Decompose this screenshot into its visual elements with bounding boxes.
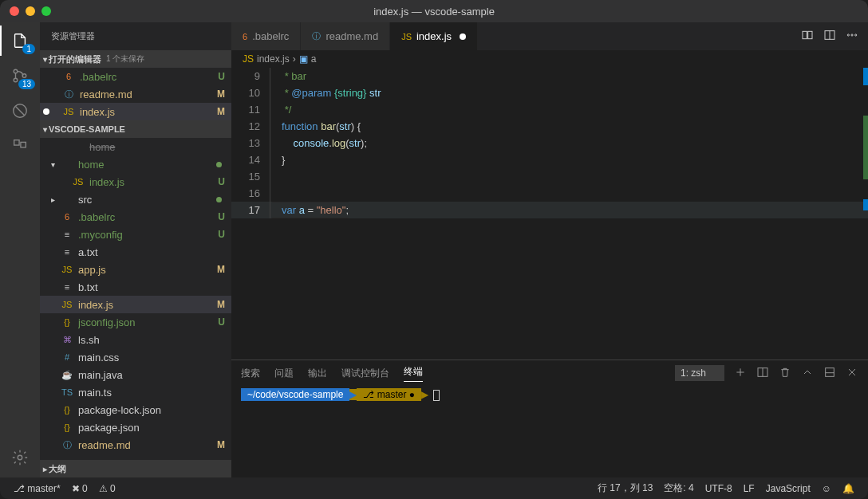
tab-label: .babelrc — [252, 30, 289, 42]
file-icon: JS — [62, 107, 75, 116]
layout-icon[interactable] — [10, 136, 30, 156]
breadcrumb[interactable]: JS index.js › ▣ a — [231, 50, 868, 68]
code-line[interactable]: 9 * bar — [231, 68, 868, 84]
tree-item[interactable]: ☕main.java — [40, 366, 231, 383]
tree-item[interactable]: home — [40, 138, 231, 155]
minimap[interactable] — [863, 68, 868, 360]
file-label: main.java — [78, 369, 225, 381]
status-errors[interactable]: ✖ 0 — [66, 483, 93, 494]
tree-item[interactable]: {}jsconfig.jsonU — [40, 313, 231, 331]
tree-item[interactable]: 6.babelrcU — [40, 208, 231, 226]
file-icon: 6 — [61, 212, 73, 222]
tree-item[interactable]: ⌘ls.sh — [40, 331, 231, 348]
code-line[interactable]: 16 — [231, 185, 868, 202]
project-header[interactable]: ▾ VSCODE-SAMPLE — [40, 120, 231, 138]
tree-item[interactable]: JSindex.jsM — [40, 296, 231, 313]
titlebar: index.js — vscode-sample — [0, 0, 868, 22]
open-editors-meta: 1 个未保存 — [106, 53, 144, 65]
status-encoding[interactable]: UTF-8 — [700, 481, 738, 495]
status-position[interactable]: 行 17，列 13 — [592, 481, 658, 495]
panel-tab[interactable]: 问题 — [274, 367, 294, 380]
panel-tab[interactable]: 输出 — [308, 367, 327, 380]
split-terminal-icon[interactable] — [756, 366, 769, 381]
chevron-right-icon: › — [293, 53, 296, 65]
maximize-panel-icon[interactable] — [823, 366, 836, 381]
code-editor[interactable]: 9 * bar10 * @param {string} str11 */12fu… — [231, 68, 868, 360]
no-entry-icon[interactable] — [10, 100, 30, 121]
code-line[interactable]: 17var a = "hello"; — [231, 202, 868, 218]
svg-rect-14 — [826, 367, 834, 376]
terminal-body[interactable]: ~/code/vscode-sample▶⎇ master ●▶ — [231, 386, 868, 477]
tree-item[interactable]: {}package-lock.json — [40, 401, 231, 418]
close-window-button[interactable] — [10, 6, 19, 16]
file-icon: # — [61, 352, 73, 362]
settings-gear-icon[interactable] — [10, 447, 30, 468]
tree-item[interactable]: ≡b.txt — [40, 278, 231, 296]
code-line[interactable]: 13 console.log(str); — [231, 135, 868, 151]
code-line[interactable]: 14} — [231, 151, 868, 168]
status-eol[interactable]: LF — [738, 481, 760, 495]
panel-tab[interactable]: 调试控制台 — [341, 367, 389, 380]
editor-tab[interactable]: JSindex.js — [390, 22, 478, 50]
explorer-icon[interactable]: 1 — [10, 30, 30, 51]
kill-terminal-icon[interactable] — [779, 366, 791, 381]
code-line[interactable]: 15 — [231, 168, 868, 185]
tree-item[interactable]: JSapp.jsM — [40, 261, 231, 278]
open-editor-item[interactable]: JSindex.jsM — [40, 103, 231, 120]
maximize-window-button[interactable] — [41, 6, 51, 16]
more-icon[interactable] — [846, 29, 858, 45]
minimize-window-button[interactable] — [26, 6, 35, 16]
status-language[interactable]: JavaScript — [760, 481, 816, 495]
split-compare-icon[interactable] — [801, 29, 814, 45]
svg-point-12 — [855, 33, 857, 35]
svg-point-1 — [14, 78, 18, 82]
line-number: 10 — [231, 84, 270, 101]
tree-item[interactable]: ≡a.txt — [40, 243, 231, 261]
file-icon: ≡ — [61, 247, 73, 257]
new-terminal-icon[interactable] — [734, 366, 747, 381]
file-label: app.js — [78, 264, 217, 276]
file-icon: JS — [401, 32, 412, 41]
outline-header[interactable]: ▸ 大纲 — [40, 460, 231, 477]
tree-item[interactable]: #main.css — [40, 348, 231, 366]
file-label: main.css — [78, 352, 225, 363]
file-icon: {} — [61, 405, 73, 415]
tree-item[interactable]: ▸src — [40, 191, 231, 208]
activity-bar: 1 13 — [0, 22, 40, 477]
close-panel-icon[interactable] — [846, 366, 858, 381]
git-status: U — [218, 71, 225, 82]
terminal-select[interactable]: 1: zsh — [675, 365, 724, 381]
tab-actions — [801, 22, 868, 50]
code-line[interactable]: 10 * @param {string} str — [231, 84, 868, 101]
line-number: 13 — [231, 135, 270, 151]
panel-tab[interactable]: 终端 — [404, 365, 423, 382]
code-line[interactable]: 12function bar(str) { — [231, 118, 868, 135]
open-editors-header[interactable]: ▾ 打开的编辑器 1 个未保存 — [40, 50, 231, 68]
tree-item[interactable]: ≡.myconfigU — [40, 226, 231, 243]
panel-tab[interactable]: 搜索 — [241, 367, 260, 380]
split-editor-icon[interactable] — [823, 29, 836, 45]
status-warnings[interactable]: ⚠ 0 — [93, 483, 121, 494]
explorer-badge: 1 — [22, 44, 35, 54]
chevron-up-icon[interactable] — [801, 366, 814, 381]
notifications-bell-icon[interactable]: 🔔 — [837, 481, 860, 495]
editor-tab[interactable]: 6.babelrc — [231, 22, 301, 50]
open-editor-item[interactable]: 6.babelrcU — [40, 68, 231, 85]
status-branch[interactable]: ⎇ master* — [8, 483, 66, 494]
editor-tab[interactable]: ⓘreadme.md — [301, 22, 390, 50]
open-editor-item[interactable]: ⓘreadme.mdM — [40, 85, 231, 103]
feedback-smiley-icon[interactable]: ☺ — [816, 481, 837, 495]
tree-item[interactable]: ⓘreadme.mdM — [40, 436, 231, 454]
code-line[interactable]: 11 */ — [231, 101, 868, 118]
tree-item[interactable]: ▾home — [40, 155, 231, 173]
scm-icon[interactable]: 13 — [10, 65, 30, 86]
file-label: package-lock.json — [78, 404, 225, 416]
svg-rect-5 — [21, 142, 26, 147]
outline-label: 大纲 — [49, 463, 66, 475]
symbol-variable-icon: ▣ — [299, 53, 308, 65]
tree-item[interactable]: JSindex.jsU — [40, 173, 231, 191]
tree-item[interactable]: {}package.json — [40, 418, 231, 436]
modified-dot-icon — [460, 33, 466, 40]
tree-item[interactable]: TSmain.ts — [40, 383, 231, 401]
status-indent[interactable]: 空格: 4 — [658, 481, 699, 495]
